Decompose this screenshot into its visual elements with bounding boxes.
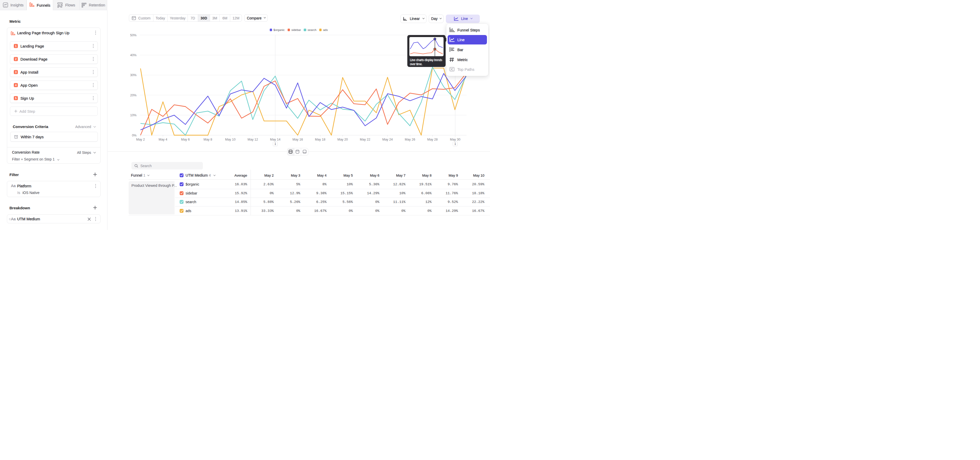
- svg-text:May 24: May 24: [382, 138, 393, 141]
- svg-text:May 2: May 2: [136, 138, 145, 141]
- svg-text:May 14: May 14: [270, 138, 280, 141]
- svg-text:0%: 0%: [132, 134, 137, 137]
- svg-text:May 22: May 22: [360, 138, 370, 141]
- svg-text:10%: 10%: [130, 113, 137, 117]
- svg-text:May 6: May 6: [181, 138, 189, 141]
- svg-text:May 8: May 8: [204, 138, 212, 141]
- svg-text:May 20: May 20: [337, 138, 348, 141]
- svg-text:40%: 40%: [130, 53, 137, 57]
- svg-text:1: 1: [274, 142, 276, 146]
- svg-text:May 28: May 28: [427, 138, 438, 141]
- svg-text:20%: 20%: [130, 94, 137, 97]
- svg-text:May 4: May 4: [159, 138, 167, 141]
- svg-text:May 12: May 12: [248, 138, 258, 141]
- svg-text:May 30: May 30: [450, 138, 460, 141]
- svg-text:May 16: May 16: [293, 138, 303, 141]
- svg-text:May 26: May 26: [405, 138, 415, 141]
- svg-text:50%: 50%: [130, 34, 137, 37]
- svg-text:May 10: May 10: [225, 138, 235, 141]
- svg-text:1: 1: [454, 142, 456, 146]
- svg-text:May 18: May 18: [315, 138, 325, 141]
- svg-text:30%: 30%: [130, 73, 137, 77]
